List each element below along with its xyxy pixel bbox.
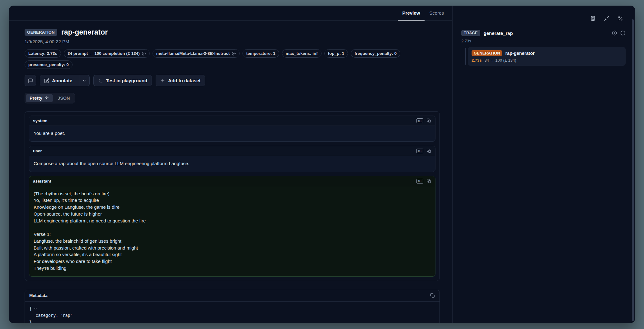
top-p-pill-label: top_p: 1 [328, 51, 345, 56]
latency-pill-label: Latency: 2.73s [28, 51, 57, 56]
observation-pills: Latency: 2.73s 34 prompt → 100 completio… [25, 49, 440, 69]
top-p-pill: top_p: 1 [324, 49, 348, 58]
model-pill-label: meta-llama/Meta-Llama-3-8B-Instruct [156, 51, 230, 56]
expand-all-button[interactable] [612, 30, 617, 36]
observation-tree: GENERATION rap-generator 2.73s 34 → 100 … [461, 47, 626, 66]
trace-header-row: TRACE generate_rap [461, 30, 626, 36]
comment-icon [28, 78, 33, 83]
markdown-toggle-icon[interactable]: M↓ [416, 118, 423, 123]
collapse-view-button[interactable] [601, 13, 612, 24]
terminal-icon [98, 78, 103, 83]
copy-button[interactable] [427, 179, 431, 184]
percent-icon [618, 16, 623, 21]
frequency-penalty-pill: frequency_penalty: 0 [351, 49, 400, 58]
system-message-card: system M↓ You are a poet. [29, 116, 435, 142]
generation-type-badge: GENERATION [472, 50, 502, 56]
user-message-card: user M↓ Compose a rap about the open sou… [29, 146, 435, 172]
id-badge-icon [590, 16, 596, 21]
metadata-header: Metadata [25, 290, 440, 302]
annotate-button[interactable]: Annotate [40, 75, 76, 86]
temperature-pill: temperature: 1 [242, 49, 279, 58]
metadata-card: Metadata { category: "rap" [25, 290, 440, 323]
trace-name: generate_rap [484, 31, 513, 36]
system-message-header: system M↓ [29, 116, 435, 126]
assistant-message-card: assistant M↓ (The rhythm is set, the bea… [29, 176, 435, 277]
copy-button[interactable] [427, 149, 431, 153]
model-pill: meta-llama/Meta-Llama-3-8B-Instruct [153, 49, 240, 58]
test-in-playground-button[interactable]: Test in playground [93, 75, 152, 86]
message-role-label: assistant [33, 179, 51, 184]
copy-icon [430, 293, 435, 298]
user-message-content: Compose a rap about the open source LLM … [29, 156, 435, 172]
observation-type-badge: GENERATION [25, 29, 57, 36]
temperature-pill-label: temperature: 1 [246, 51, 275, 56]
metadata-copy-button[interactable] [430, 293, 435, 298]
latency-pill: Latency: 2.73s [25, 49, 61, 58]
io-preview-card: system M↓ You are a poet. user [25, 111, 440, 281]
trace-type-badge: TRACE [461, 30, 480, 36]
circle-plus-icon [612, 30, 617, 36]
message-tools: M↓ [416, 118, 431, 123]
collapse-icon [604, 16, 609, 21]
generation-detail-body: GENERATION rap-generator 1/9/2025, 4:00:… [9, 21, 452, 323]
token-usage-pill-label: 34 prompt → 100 completion (Σ 134) [68, 51, 140, 56]
observation-timestamp: 1/9/2025, 4:00:22 PM [25, 39, 440, 44]
test-in-playground-label: Test in playground [106, 78, 147, 83]
metadata-value: "rap" [60, 312, 73, 319]
copy-button[interactable] [427, 118, 431, 123]
metadata-key: category: [35, 312, 58, 319]
annotation-queue-button[interactable] [588, 13, 598, 24]
tree-node-latency: 2.73s [472, 58, 482, 63]
comment-button[interactable] [25, 75, 36, 86]
metadata-kv-line: category: "rap" [29, 312, 435, 319]
chevron-down-icon [82, 79, 87, 83]
toggle-pretty[interactable]: Pretty [26, 94, 53, 102]
close-brace: } [29, 319, 32, 323]
markdown-toggle-icon[interactable]: M↓ [416, 149, 423, 153]
sparkles-icon [45, 96, 49, 101]
detail-tab-bar: Preview Scores [9, 6, 452, 21]
tree-node-generation[interactable]: GENERATION rap-generator 2.73s 34 → 100 … [468, 47, 626, 66]
annotate-split-button: Annotate [40, 75, 90, 86]
tree-node-stats: 2.73s 34 → 100 (Σ 134) [472, 58, 622, 63]
metadata-close-line: } [29, 319, 435, 323]
metadata-json: { category: "rap" } [25, 302, 440, 323]
percent-toggle-button[interactable] [615, 13, 626, 24]
tree-node-tokens: 34 → 100 (Σ 134) [485, 58, 516, 63]
max-tokens-pill-label: max_tokens: inf [286, 51, 318, 56]
toggle-json[interactable]: JSON [54, 94, 74, 102]
action-bar: Annotate Test in playground Add to datas… [25, 75, 440, 86]
toggle-json-label: JSON [58, 96, 70, 101]
tab-preview[interactable]: Preview [398, 6, 425, 21]
frequency-penalty-pill-label: frequency_penalty: 0 [355, 51, 397, 56]
annotate-label: Annotate [52, 78, 72, 83]
info-icon[interactable] [142, 51, 146, 56]
copy-icon [427, 149, 431, 153]
circle-minus-icon [620, 30, 626, 36]
collapse-all-button[interactable] [620, 30, 626, 36]
collapse-chevron-icon[interactable] [34, 307, 37, 311]
message-role-label: user [33, 149, 42, 153]
token-usage-pill: 34 prompt → 100 completion (Σ 134) [64, 49, 150, 58]
tree-node-header: GENERATION rap-generator [472, 50, 622, 56]
plus-icon [160, 78, 165, 83]
sidebar-icon-bar [461, 13, 626, 24]
model-config-icon[interactable] [232, 51, 236, 56]
tree-expand-controls [612, 30, 626, 36]
message-tools: M↓ [416, 149, 431, 153]
max-tokens-pill: max_tokens: inf [282, 49, 322, 58]
system-message-content: You are a poet. [29, 126, 435, 141]
presence-penalty-pill: presence_penalty: 0 [25, 60, 73, 69]
tab-scores[interactable]: Scores [425, 6, 449, 21]
title-row: GENERATION rap-generator [25, 28, 440, 36]
trace-tree-sidebar: TRACE generate_rap 2.73s GENERATION rap-… [453, 6, 635, 323]
generation-detail-pane: Preview Scores GENERATION rap-generator … [9, 6, 453, 323]
add-to-dataset-button[interactable]: Add to dataset [156, 75, 205, 86]
copy-icon [427, 118, 431, 123]
toggle-pretty-label: Pretty [30, 96, 42, 101]
annotate-dropdown-button[interactable] [79, 75, 89, 86]
tree-node-name: rap-generator [505, 51, 534, 56]
markdown-toggle-icon[interactable]: M↓ [416, 179, 423, 184]
metadata-title: Metadata [29, 293, 48, 298]
presence-penalty-pill-label: presence_penalty: 0 [28, 62, 69, 67]
